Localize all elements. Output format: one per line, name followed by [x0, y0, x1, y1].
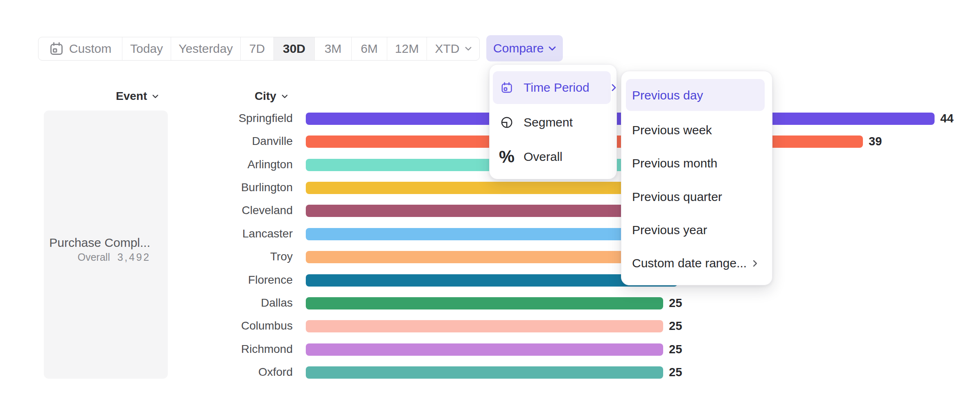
- chevron-right-icon: [753, 260, 757, 267]
- preset-label: 3M: [325, 42, 342, 56]
- preset-custom[interactable]: Custom: [38, 37, 122, 60]
- bar-label-arlington: Arlington: [0, 158, 293, 171]
- chevron-down-icon: [152, 95, 158, 98]
- bar-value-danville: 39: [869, 135, 882, 148]
- preset-xtd[interactable]: XTD: [427, 37, 479, 60]
- bar-dallas[interactable]: [306, 297, 663, 309]
- time-period-submenu: Previous dayPrevious weekPrevious monthP…: [621, 71, 772, 285]
- bar-label-richmond: Richmond: [0, 343, 293, 356]
- preset-7d[interactable]: 7D: [241, 37, 274, 60]
- preset-label: Custom: [69, 42, 111, 56]
- preset-label: 7D: [249, 42, 265, 56]
- submenu-item-previous-day[interactable]: Previous day: [632, 86, 762, 105]
- submenu-item-label: Previous week: [632, 123, 712, 137]
- preset-label: XTD: [435, 42, 460, 56]
- chevron-down-icon: [465, 47, 472, 51]
- preset-label: Yesterday: [178, 42, 233, 56]
- preset-label: 30D: [283, 42, 305, 56]
- bar-label-oxford: Oxford: [0, 366, 293, 379]
- chevron-right-icon: [612, 84, 616, 91]
- bar-value-columbus: 25: [669, 319, 682, 333]
- bar-label-burlington: Burlington: [0, 181, 293, 194]
- bar-value-dallas: 25: [669, 296, 682, 310]
- menu-item-label: Time Period: [524, 81, 589, 95]
- submenu-item-previous-quarter[interactable]: Previous quarter: [632, 187, 762, 207]
- preset-3m[interactable]: 3M: [315, 37, 352, 60]
- bar-richmond[interactable]: [306, 343, 663, 356]
- menu-item-overall[interactable]: %Overall: [501, 147, 562, 167]
- bar-label-florence: Florence: [0, 273, 293, 287]
- bar-label-lancaster: Lancaster: [0, 227, 293, 240]
- bar-label-springfield: Springfield: [0, 112, 293, 125]
- submenu-item-label: Previous year: [632, 223, 707, 237]
- bar-label-danville: Danville: [0, 135, 293, 148]
- bar-label-troy: Troy: [0, 250, 293, 263]
- preset-yesterday[interactable]: Yesterday: [171, 37, 241, 60]
- event-legend-card[interactable]: Purchase Compl... Overall 3,492: [44, 111, 168, 379]
- percent-icon: %: [500, 148, 514, 166]
- bar-oxford[interactable]: [306, 366, 663, 379]
- submenu-item-label: Previous quarter: [632, 190, 722, 204]
- bar-columbus[interactable]: [306, 320, 663, 332]
- bar-value-springfield: 44: [940, 112, 953, 125]
- event-column-header-label: Event: [116, 90, 147, 103]
- menu-item-label: Segment: [524, 115, 573, 129]
- insights-report-canvas: CustomTodayYesterday7D30D3M6M12MXTD Comp…: [0, 0, 980, 411]
- bar-label-dallas: Dallas: [0, 296, 293, 309]
- bar-label-columbus: Columbus: [0, 319, 293, 332]
- chevron-down-icon: [282, 95, 288, 98]
- preset-30d[interactable]: 30D: [274, 37, 315, 60]
- submenu-item-previous-month[interactable]: Previous month: [632, 154, 762, 173]
- event-column-header[interactable]: Event: [116, 90, 158, 103]
- submenu-item-previous-week[interactable]: Previous week: [632, 120, 762, 140]
- submenu-item-label: Custom date range...: [632, 256, 747, 270]
- submenu-item-previous-year[interactable]: Previous year: [632, 220, 762, 240]
- submenu-item-custom-date-range[interactable]: Custom date range...: [632, 253, 762, 273]
- bar-value-richmond: 25: [669, 343, 682, 356]
- preset-12m[interactable]: 12M: [387, 37, 427, 60]
- calendar-icon: [501, 81, 513, 94]
- preset-6m[interactable]: 6M: [352, 37, 387, 60]
- city-column-header-label: City: [255, 90, 276, 103]
- submenu-item-label: Previous day: [632, 88, 703, 102]
- bar-springfield[interactable]: [306, 113, 935, 125]
- city-column-header[interactable]: City: [255, 90, 288, 103]
- menu-item-segment[interactable]: Segment: [501, 113, 573, 132]
- preset-label: 6M: [361, 42, 378, 56]
- bar-label-cleveland: Cleveland: [0, 204, 293, 217]
- calendar-icon: [49, 41, 64, 56]
- compare-dropdown-menu: Time Period Segment%Overall: [489, 64, 617, 179]
- preset-label: Today: [130, 42, 163, 56]
- bar-value-oxford: 25: [669, 366, 682, 379]
- preset-today[interactable]: Today: [122, 37, 171, 60]
- menu-item-time-period[interactable]: Time Period: [501, 78, 616, 97]
- chevron-down-icon: [549, 46, 556, 51]
- segment-icon: [501, 115, 513, 130]
- compare-button[interactable]: Compare: [486, 35, 563, 61]
- submenu-item-label: Previous month: [632, 156, 717, 170]
- compare-button-label: Compare: [493, 41, 544, 55]
- menu-item-label: Overall: [524, 150, 562, 164]
- date-range-toolbar: CustomTodayYesterday7D30D3M6M12MXTD: [38, 37, 480, 61]
- preset-label: 12M: [395, 42, 419, 56]
